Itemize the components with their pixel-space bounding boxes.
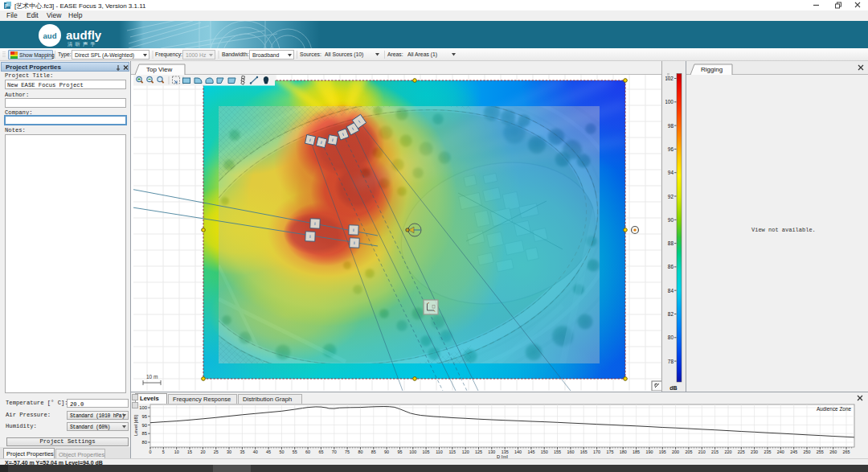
svg-text:95: 95: [142, 414, 147, 419]
svg-text:25: 25: [214, 449, 219, 454]
svg-text:110: 110: [436, 449, 443, 454]
svg-text:90: 90: [668, 217, 674, 223]
svg-text:55: 55: [293, 449, 297, 454]
svg-text:85: 85: [142, 431, 147, 436]
svg-text:195: 195: [659, 449, 666, 454]
svg-text:260: 260: [829, 449, 837, 454]
svg-text:240: 240: [777, 449, 784, 454]
svg-text:85: 85: [371, 449, 376, 454]
svg-text:30: 30: [227, 449, 231, 454]
svg-text:dB: dB: [669, 385, 677, 391]
svg-text:65: 65: [318, 449, 323, 454]
svg-text:100: 100: [409, 449, 416, 454]
svg-text:40: 40: [253, 449, 258, 454]
svg-text:245: 245: [790, 449, 797, 454]
svg-text:120: 120: [462, 449, 469, 454]
svg-text:aud: aud: [43, 31, 57, 40]
svg-text:100: 100: [139, 405, 147, 410]
svg-text:96: 96: [668, 146, 674, 152]
svg-text:10: 10: [174, 449, 179, 454]
svg-text:210: 210: [698, 449, 706, 454]
svg-text:Level [dB]: Level [dB]: [133, 415, 138, 436]
svg-text:130: 130: [488, 449, 495, 454]
svg-text:Rigging: Rigging: [701, 66, 723, 73]
svg-text:75: 75: [345, 449, 350, 454]
svg-text:150: 150: [541, 449, 548, 454]
svg-text:100: 100: [665, 99, 674, 105]
svg-text:98: 98: [668, 123, 674, 129]
svg-text:215: 215: [711, 449, 719, 454]
svg-text:84: 84: [668, 288, 674, 293]
svg-text:F: F: [5, 3, 8, 9]
svg-text:20: 20: [200, 449, 205, 454]
svg-text:230: 230: [751, 449, 758, 454]
svg-text:225: 225: [738, 449, 745, 454]
svg-text:95: 95: [398, 449, 403, 454]
svg-text:60: 60: [305, 449, 310, 454]
svg-text:170: 170: [593, 449, 600, 454]
svg-text:82: 82: [668, 311, 674, 317]
svg-text:78: 78: [668, 359, 674, 364]
svg-text:5: 5: [162, 449, 165, 454]
svg-text:175: 175: [606, 449, 613, 454]
svg-text:235: 235: [764, 449, 772, 454]
svg-text:35: 35: [240, 449, 244, 454]
svg-text:92: 92: [668, 194, 674, 199]
svg-text:80: 80: [668, 335, 674, 340]
svg-text:80: 80: [358, 449, 362, 454]
svg-text:140: 140: [514, 449, 522, 454]
svg-text:45: 45: [266, 449, 271, 454]
svg-text:255: 255: [817, 449, 824, 454]
svg-text:115: 115: [449, 449, 457, 454]
svg-text:audfly: audfly: [66, 28, 102, 42]
svg-text:90: 90: [142, 423, 147, 428]
svg-text:165: 165: [580, 449, 588, 454]
svg-text:160: 160: [567, 449, 574, 454]
svg-text:220: 220: [725, 449, 732, 454]
svg-text:190: 190: [645, 449, 653, 454]
svg-text:15: 15: [187, 449, 192, 454]
svg-text:145: 145: [527, 449, 534, 454]
svg-text:清听声学: 清听声学: [68, 42, 98, 47]
svg-text:105: 105: [423, 449, 430, 454]
svg-text:155: 155: [554, 449, 561, 454]
svg-text:250: 250: [804, 449, 811, 454]
svg-text:265: 265: [843, 449, 850, 454]
svg-text:88: 88: [668, 240, 674, 246]
svg-text:180: 180: [620, 449, 627, 454]
svg-text:0: 0: [149, 449, 152, 454]
svg-text:80: 80: [142, 440, 147, 445]
svg-text:90: 90: [384, 449, 389, 454]
svg-text:185: 185: [633, 449, 640, 454]
svg-text:70: 70: [332, 449, 337, 454]
svg-text:86: 86: [668, 264, 674, 269]
svg-text:Audience Zone: Audience Zone: [817, 406, 851, 412]
svg-text:200: 200: [672, 449, 679, 454]
svg-text:94: 94: [668, 170, 674, 175]
svg-text:Top View: Top View: [146, 66, 173, 73]
svg-text:125: 125: [475, 449, 482, 454]
svg-text:102: 102: [665, 76, 674, 81]
svg-text:205: 205: [685, 449, 692, 454]
svg-text:10 m: 10 m: [146, 374, 158, 380]
svg-text:50: 50: [279, 449, 284, 454]
